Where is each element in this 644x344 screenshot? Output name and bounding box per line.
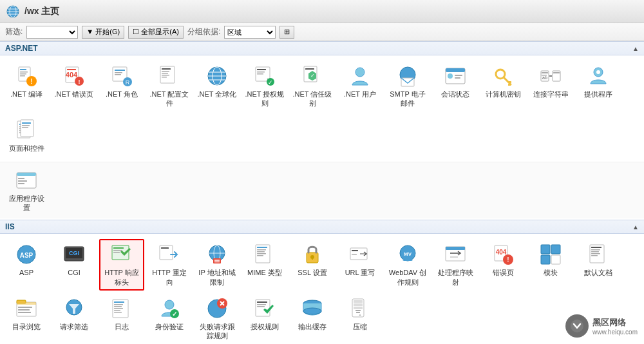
svg-rect-71 — [22, 125, 30, 126]
start-button[interactable]: ▼ 开始(G) — [82, 26, 124, 39]
http-response-item[interactable]: HTTP 响应标头 — [99, 239, 144, 291]
watermark-info: 黑区网络 www.heiqu.com — [592, 317, 638, 336]
dir-browse-item[interactable]: 目录浏览 — [4, 293, 49, 344]
module-icon — [539, 243, 562, 266]
svg-point-154 — [303, 308, 321, 314]
svg-rect-150 — [257, 301, 267, 303]
svg-rect-130 — [17, 302, 36, 305]
asp-icon: ASP — [15, 243, 38, 266]
net-user-item[interactable]: .NET 用户 — [337, 61, 383, 112]
module-item[interactable]: 模块 — [528, 239, 573, 291]
svg-rect-69 — [21, 120, 33, 137]
output-cache-icon — [301, 297, 324, 320]
svg-rect-6 — [20, 69, 26, 70]
show-all-button[interactable]: ☐ 全部显示(A) — [128, 26, 184, 39]
app-settings-label: 应用程序设置 — [6, 194, 46, 213]
ip-domain-item[interactable]: IP 地址和域限制 — [194, 239, 240, 291]
machine-key-item[interactable]: 计算机密钥 — [480, 61, 526, 112]
net-role-item[interactable]: R .NET 角色 — [99, 61, 144, 112]
smtp-icon — [396, 64, 419, 88]
svg-rect-60 — [553, 72, 560, 73]
app-settings-item[interactable]: 应用程序设置 — [4, 165, 49, 216]
failed-trace-item[interactable]: 失败请求跟踪规则 — [194, 293, 240, 344]
net-global-item[interactable]: .NET 全球化 — [194, 61, 240, 112]
output-cache-item[interactable]: 输出缓存 — [290, 293, 335, 344]
auth-item[interactable]: ✓ 身份验证 — [147, 293, 192, 344]
cgi-icon: CGI — [62, 243, 86, 266]
main-content: ASP.NET ▲ ! .NET 编译 — [0, 41, 644, 344]
net-error-item[interactable]: 404 ! .NET 错误页 — [52, 61, 97, 112]
svg-text:CGI: CGI — [69, 250, 79, 256]
net-trust-item[interactable]: ✓ .NET 信任级别 — [290, 61, 335, 112]
compress-item[interactable]: 压缩 — [337, 293, 383, 344]
svg-text:!: ! — [507, 256, 509, 263]
aspnet-icons-grid: ! .NET 编译 404 ! .NET 错误页 — [0, 55, 644, 162]
mime-item[interactable]: MIME 类型 — [242, 239, 287, 291]
svg-rect-72 — [22, 127, 28, 128]
svg-text:✓: ✓ — [172, 311, 177, 318]
request-filter-item[interactable]: 请求筛选 — [52, 293, 97, 344]
http-redirect-icon — [158, 243, 181, 266]
mime-icon — [253, 243, 276, 266]
pages-label: 页面和控件 — [9, 144, 44, 153]
pages-item[interactable]: 页面和控件 — [4, 115, 49, 157]
net-config-item[interactable]: .NET 配置文件 — [147, 61, 192, 112]
svg-rect-136 — [114, 301, 124, 303]
session-label: 会话状态 — [441, 90, 469, 99]
ssl-icon — [301, 243, 324, 266]
authz-rules-label: 授权规则 — [251, 322, 279, 331]
grid-view-button[interactable]: ⊞ — [279, 26, 294, 39]
cgi-item[interactable]: CGI CGI — [52, 239, 97, 291]
default-doc-item[interactable]: 默认文档 — [576, 239, 621, 291]
http-response-label: HTTP 响应标头 — [102, 268, 142, 287]
ip-domain-icon — [205, 243, 229, 266]
svg-rect-98 — [257, 251, 265, 253]
url-rewrite-icon — [348, 243, 372, 266]
webdav-item[interactable]: MV WebDAV 创作规则 — [385, 239, 430, 291]
svg-text:404: 404 — [66, 71, 78, 79]
section-iis-collapse[interactable]: ▲ — [632, 224, 639, 231]
url-rewrite-label: URL 重写 — [345, 268, 375, 277]
net-compile-item[interactable]: ! .NET 编译 — [4, 61, 49, 112]
svg-rect-75 — [18, 178, 24, 179]
svg-rect-111 — [446, 247, 465, 250]
section-aspnet-collapse[interactable]: ▲ — [632, 45, 639, 52]
svg-rect-97 — [257, 249, 266, 251]
svg-rect-124 — [591, 249, 600, 251]
svg-rect-139 — [114, 308, 123, 309]
url-rewrite-item[interactable]: URL 重写 — [337, 239, 383, 291]
svg-point-48 — [448, 73, 453, 79]
net-error-icon: 404 ! — [62, 64, 86, 88]
svg-rect-103 — [312, 257, 313, 260]
group-select[interactable]: 区域 — [224, 26, 276, 39]
net-trust-label: .NET 信任级别 — [292, 90, 332, 108]
svg-rect-18 — [115, 70, 125, 71]
svg-rect-85 — [113, 250, 122, 251]
handler-item[interactable]: 处理程序映射 — [433, 239, 478, 291]
svg-rect-50 — [455, 77, 460, 79]
svg-rect-84 — [113, 247, 124, 249]
svg-rect-47 — [446, 68, 465, 72]
authz-rules-item[interactable]: 授权规则 — [242, 293, 287, 344]
filter-select[interactable] — [26, 26, 78, 39]
net-auth-item[interactable]: ✓ .NET 授权规则 — [242, 61, 287, 112]
svg-rect-9 — [20, 75, 25, 77]
svg-rect-125 — [591, 251, 599, 253]
asp-item[interactable]: ASP ASP — [4, 239, 49, 291]
toolbar: 筛选: ▼ 开始(G) ☐ 全部显示(A) 分组依据: 区域 ⊞ — [0, 23, 644, 41]
log-item[interactable]: 日志 — [99, 293, 144, 344]
auth-icon: ✓ — [158, 297, 181, 320]
session-item[interactable]: 会话状态 — [433, 61, 478, 112]
provider-item[interactable]: 提供程序 — [576, 61, 621, 112]
ssl-item[interactable]: SSL 设置 — [290, 239, 335, 291]
log-icon — [110, 297, 133, 320]
conn-string-item[interactable]: ab 连接字符串 — [528, 61, 573, 112]
smtp-item[interactable]: SMTP 电子邮件 — [385, 61, 430, 112]
default-doc-icon — [587, 243, 610, 266]
net-role-icon: R — [110, 64, 133, 88]
error-page2-item[interactable]: 404 ! 错误页 — [480, 239, 526, 291]
default-doc-label: 默认文档 — [584, 268, 612, 277]
http-redirect-item[interactable]: HTTP 重定向 — [147, 239, 192, 291]
net-compile-label: .NET 编译 — [10, 90, 43, 99]
group-label: 分组依据: — [187, 26, 220, 37]
